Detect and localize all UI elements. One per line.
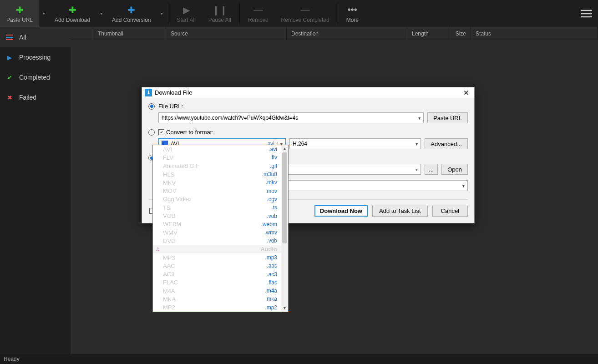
- col-length[interactable]: Length: [407, 27, 448, 40]
- browse-button[interactable]: ...: [425, 164, 438, 175]
- format-option[interactable]: AC3.ac3: [153, 270, 281, 278]
- add-download-label: Add Download: [55, 17, 90, 23]
- convert-label: Convert to format:: [166, 129, 213, 136]
- format-option[interactable]: MP3.mp3: [153, 253, 281, 262]
- check-icon: ✔: [5, 74, 14, 81]
- status-text: Ready: [4, 356, 20, 362]
- convert-checkbox[interactable]: ✓: [158, 129, 164, 135]
- col-size[interactable]: Size: [448, 27, 471, 40]
- add-conversion-label: Add Conversion: [112, 17, 151, 23]
- format-category-audio: ♫Audio: [153, 245, 281, 253]
- remove-completed-button[interactable]: — Remove Completed: [275, 0, 336, 27]
- paste-url-button[interactable]: ✚ Paste URL: [0, 0, 39, 27]
- pause-icon: ❙❙: [212, 4, 228, 16]
- format-option[interactable]: HLS.m3u8: [153, 170, 281, 178]
- format-option[interactable]: AAC.aac: [153, 262, 281, 270]
- format-option[interactable]: M4A.m4a: [153, 287, 281, 295]
- plus-icon: ✚: [69, 4, 76, 16]
- dropdown-scrollbar[interactable]: ▲ ▼: [281, 145, 288, 312]
- chevron-down-icon[interactable]: ▾: [418, 116, 421, 121]
- remove-completed-label: Remove Completed: [281, 17, 329, 23]
- format-option[interactable]: MP2.mp2: [153, 303, 281, 312]
- play-icon: ▶: [5, 54, 14, 61]
- format-option[interactable]: FLAC.flac: [153, 278, 281, 287]
- dropdown-list[interactable]: AVI.avi FLV.flv Animated GIF.gif HLS.m3u…: [153, 145, 281, 312]
- format-option[interactable]: TS.ts: [153, 203, 281, 212]
- music-icon: ♫: [156, 246, 160, 253]
- close-button[interactable]: ✕: [461, 87, 471, 98]
- format-option[interactable]: Animated GIF.gif: [153, 162, 281, 170]
- format-option[interactable]: WMV.wmv: [153, 228, 281, 237]
- format-option[interactable]: MKV.mkv: [153, 178, 281, 187]
- add-download-button[interactable]: ✚ Add Download: [48, 0, 96, 27]
- open-button[interactable]: Open: [441, 164, 468, 175]
- plus-icon: ✚: [16, 4, 24, 16]
- sidebar-item-failed[interactable]: ✖ Failed: [0, 87, 71, 107]
- chevron-down-icon[interactable]: ▾: [413, 167, 418, 172]
- cancel-button[interactable]: Cancel: [432, 206, 468, 217]
- scroll-down-icon[interactable]: ▼: [281, 304, 288, 312]
- sidebar-all-label: All: [19, 34, 26, 41]
- plus-icon: ✚: [127, 4, 135, 16]
- all-icon: [5, 34, 14, 40]
- dialog-titlebar: ⬇ Download File ✕: [142, 87, 474, 98]
- paste-url-label: Paste URL: [6, 17, 33, 23]
- add-conversion-button[interactable]: ✚ Add Conversion: [106, 0, 157, 27]
- pause-all-button[interactable]: ❙❙ Pause All: [202, 0, 238, 27]
- format-option[interactable]: DVD.vob: [153, 237, 281, 245]
- col-status[interactable]: Status: [471, 27, 598, 40]
- advanced-button[interactable]: Advanced...: [425, 138, 468, 149]
- start-all-button[interactable]: ▶ Start All: [170, 0, 202, 27]
- format-option[interactable]: WEBM.webm: [153, 220, 281, 228]
- format-option[interactable]: FLV.flv: [153, 153, 281, 162]
- sidebar-item-all[interactable]: All: [0, 27, 71, 47]
- format-option[interactable]: Ogg Video.ogv: [153, 195, 281, 203]
- url-input[interactable]: https://www.youtube.com/watch?v=PuWXqo4G…: [158, 112, 424, 123]
- sidebar-processing-label: Processing: [19, 54, 51, 61]
- start-all-label: Start All: [177, 17, 195, 23]
- format-option[interactable]: AVI.avi: [153, 145, 281, 153]
- dots-icon: •••: [348, 4, 357, 16]
- remove-label: Remove: [248, 17, 269, 23]
- scroll-up-icon[interactable]: ▲: [281, 145, 288, 152]
- add-conversion-dropdown[interactable]: ▾: [157, 0, 166, 27]
- download-now-button[interactable]: Download Now: [314, 205, 368, 217]
- sidebar-item-processing[interactable]: ▶ Processing: [0, 47, 71, 67]
- hamburger-icon: [581, 10, 592, 18]
- file-url-radio[interactable]: [148, 103, 155, 110]
- col-destination[interactable]: Destination: [287, 27, 407, 40]
- download-icon: ⬇: [145, 89, 152, 96]
- format-option[interactable]: MKA.mka: [153, 295, 281, 303]
- status-bar: Ready: [0, 354, 598, 364]
- col-thumbnail[interactable]: Thumbnail: [93, 27, 166, 40]
- column-headers: Thumbnail Source Destination Length Size…: [71, 27, 598, 40]
- sidebar-completed-label: Completed: [19, 74, 50, 81]
- col-source[interactable]: Source: [166, 27, 287, 40]
- format-option[interactable]: VOB.vob: [153, 212, 281, 220]
- chevron-down-icon[interactable]: ▾: [413, 142, 418, 147]
- sidebar-item-completed[interactable]: ✔ Completed: [0, 67, 71, 87]
- dialog-title: Download File: [155, 89, 461, 96]
- chevron-down-icon[interactable]: ▾: [460, 183, 465, 188]
- codec-value: H.264: [293, 141, 307, 147]
- codec-combobox[interactable]: H.264 ▾: [289, 138, 421, 149]
- sidebar-failed-label: Failed: [19, 94, 36, 101]
- pause-all-label: Pause All: [208, 17, 231, 23]
- sidebar: All ▶ Processing ✔ Completed ✖ Failed: [0, 27, 71, 354]
- minus-icon: —: [253, 4, 263, 16]
- add-download-dropdown[interactable]: ▾: [96, 0, 106, 27]
- format-option[interactable]: MOV.mov: [153, 187, 281, 195]
- paste-url-dropdown[interactable]: ▾: [39, 0, 48, 27]
- play-icon: ▶: [183, 4, 190, 16]
- paste-url-dialog-button[interactable]: Paste URL: [427, 112, 468, 123]
- more-button[interactable]: ••• More: [340, 0, 365, 27]
- toolbar: ✚ Paste URL ▾ ✚ Add Download ▾ ✚ Add Con…: [0, 0, 598, 27]
- minus-icon: —: [301, 4, 310, 16]
- menu-button[interactable]: [575, 0, 598, 27]
- convert-radio[interactable]: [148, 129, 155, 136]
- add-to-task-list-button[interactable]: Add to Task List: [372, 206, 428, 217]
- col-checkbox[interactable]: [71, 27, 93, 40]
- remove-button[interactable]: — Remove: [242, 0, 275, 27]
- more-label: More: [346, 17, 359, 23]
- scrollbar-thumb[interactable]: [282, 152, 287, 243]
